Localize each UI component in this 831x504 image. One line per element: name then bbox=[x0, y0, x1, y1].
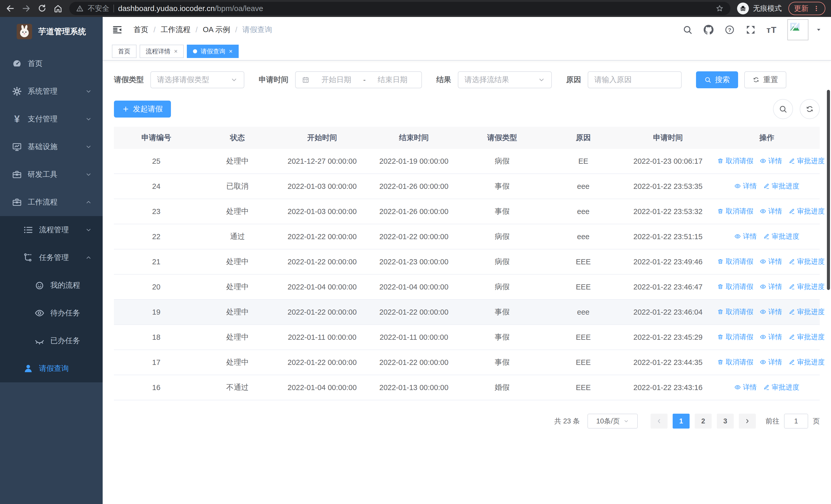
address-bar[interactable]: 不安全 dashboard.yudao.iocoder.cn/bpm/oa/le… bbox=[69, 2, 730, 15]
leave-type-select[interactable]: 请选择请假类型 bbox=[150, 71, 244, 88]
refresh-table-button[interactable] bbox=[800, 99, 820, 119]
cancel-leave-link[interactable]: 取消请假 bbox=[717, 357, 753, 367]
page-button-1[interactable]: 1 bbox=[672, 414, 690, 428]
sidebar-item-2[interactable]: ¥支付管理 bbox=[0, 105, 103, 133]
date-range-input[interactable]: 开始日期 - 结束日期 bbox=[295, 71, 422, 88]
sidebar-item-5[interactable]: 工作流程 bbox=[0, 188, 103, 216]
detail-link[interactable]: 详情 bbox=[734, 232, 757, 241]
sidebar-item-label: 支付管理 bbox=[28, 114, 85, 124]
page-button-2[interactable]: 2 bbox=[695, 414, 712, 428]
tab-1[interactable]: 流程详情× bbox=[140, 45, 184, 58]
approval-progress-link[interactable]: 审批进度 bbox=[789, 332, 825, 342]
end-date-placeholder[interactable]: 结束日期 bbox=[370, 75, 415, 85]
url-text[interactable]: dashboard.yudao.iocoder.cn/bpm/oa/leave bbox=[118, 4, 263, 13]
search-icon[interactable] bbox=[682, 25, 693, 35]
sidebar-item-6[interactable]: 流程管理 bbox=[0, 216, 103, 244]
help-icon[interactable]: ? bbox=[724, 25, 735, 35]
detail-link[interactable]: 详情 bbox=[760, 282, 782, 291]
page-button-3[interactable]: 3 bbox=[717, 414, 734, 428]
sidebar-item-9[interactable]: 待办任务 bbox=[0, 299, 103, 327]
kebab-menu-icon[interactable] bbox=[813, 5, 820, 12]
sidebar-item-8[interactable]: 我的流程 bbox=[0, 271, 103, 299]
prev-page-button[interactable] bbox=[651, 414, 667, 428]
detail-link[interactable]: 详情 bbox=[734, 181, 757, 191]
tab-2[interactable]: 请假查询× bbox=[187, 45, 239, 58]
approval-progress-link[interactable]: 审批进度 bbox=[789, 307, 825, 317]
table-row[interactable]: 25处理中2021-12-27 00:00:002022-01-19 00:00… bbox=[114, 149, 820, 174]
table-row[interactable]: 23处理中2022-01-03 00:00:002022-01-26 00:00… bbox=[114, 199, 820, 224]
start-date-placeholder[interactable]: 开始日期 bbox=[314, 75, 359, 85]
sidebar-item-11[interactable]: 请假查询 bbox=[0, 355, 103, 382]
reason-input[interactable]: 请输入原因 bbox=[588, 71, 682, 88]
fullscreen-icon[interactable] bbox=[746, 25, 756, 35]
browser-update-button[interactable]: 更新 bbox=[789, 2, 825, 15]
bookmark-star-icon[interactable] bbox=[716, 4, 724, 12]
sidebar-item-10[interactable]: 已办任务 bbox=[0, 327, 103, 355]
cancel-leave-link[interactable]: 取消请假 bbox=[717, 257, 753, 266]
detail-label: 详情 bbox=[768, 307, 782, 317]
column-header: 结束时间 bbox=[368, 127, 460, 149]
result-select[interactable]: 请选择流结果 bbox=[458, 71, 552, 88]
approval-progress-label: 审批进度 bbox=[797, 357, 825, 367]
avatar-caret-down-icon[interactable] bbox=[815, 27, 822, 33]
approval-progress-link[interactable]: 审批进度 bbox=[789, 282, 825, 291]
approval-progress-link[interactable]: 审批进度 bbox=[763, 232, 799, 241]
next-page-button[interactable] bbox=[739, 414, 756, 428]
table-row[interactable]: 21处理中2022-01-22 00:00:002022-01-23 00:00… bbox=[114, 249, 820, 274]
sidebar-item-7[interactable]: 任务管理 bbox=[0, 244, 103, 271]
sidebar-item-4[interactable]: 研发工具 bbox=[0, 161, 103, 188]
page-size-select[interactable]: 10条/页 bbox=[588, 414, 638, 428]
approval-progress-link[interactable]: 审批进度 bbox=[789, 257, 825, 266]
detail-link[interactable]: 详情 bbox=[760, 307, 782, 317]
forward-icon[interactable] bbox=[22, 4, 31, 13]
sidebar-item-0[interactable]: 首页 bbox=[0, 50, 103, 78]
detail-link[interactable]: 详情 bbox=[760, 156, 782, 166]
detail-link[interactable]: 详情 bbox=[760, 332, 782, 342]
tab-0[interactable]: 首页 bbox=[112, 45, 137, 58]
main-area: 首页 / 工作流程 / OA 示例 / 请假查询 ? тT 首页流程详情×请假查… bbox=[103, 17, 831, 504]
detail-link[interactable]: 详情 bbox=[734, 383, 757, 392]
reset-button[interactable]: 重置 bbox=[744, 71, 786, 88]
goto-page-input[interactable] bbox=[784, 414, 808, 428]
close-icon[interactable]: × bbox=[174, 48, 178, 54]
table-row[interactable]: 16不通过2022-01-04 00:00:002022-01-13 00:00… bbox=[114, 375, 820, 400]
table-row[interactable]: 19处理中2022-01-22 00:00:002022-01-22 00:00… bbox=[114, 299, 820, 325]
breadcrumb-item[interactable]: 首页 bbox=[134, 25, 148, 35]
table-row[interactable]: 17处理中2022-01-22 00:00:002022-01-22 00:00… bbox=[114, 350, 820, 375]
font-size-icon[interactable]: тT bbox=[767, 25, 777, 35]
collapse-sidebar-icon[interactable] bbox=[112, 24, 123, 35]
back-icon[interactable] bbox=[6, 4, 15, 13]
breadcrumb-item[interactable]: OA 示例 bbox=[203, 25, 230, 35]
reload-icon[interactable] bbox=[37, 4, 47, 13]
cancel-leave-link[interactable]: 取消请假 bbox=[717, 156, 753, 166]
table-row[interactable]: 20处理中2022-01-04 00:00:002022-01-04 00:00… bbox=[114, 274, 820, 299]
detail-link[interactable]: 详情 bbox=[760, 207, 782, 216]
avatar[interactable] bbox=[787, 19, 808, 40]
sidebar-logo-row[interactable]: 芋道管理系统 bbox=[0, 17, 103, 46]
home-icon[interactable] bbox=[53, 4, 63, 13]
approval-progress-link[interactable]: 审批进度 bbox=[763, 383, 799, 392]
detail-link[interactable]: 详情 bbox=[760, 257, 782, 266]
cancel-leave-link[interactable]: 取消请假 bbox=[717, 207, 753, 216]
create-leave-button[interactable]: 发起请假 bbox=[114, 100, 171, 118]
table-row[interactable]: 24已取消2022-01-03 00:00:002022-01-26 00:00… bbox=[114, 174, 820, 199]
eye-icon bbox=[734, 233, 741, 240]
cancel-leave-link[interactable]: 取消请假 bbox=[717, 282, 753, 291]
table-row[interactable]: 18处理中2022-01-11 00:00:002022-01-11 00:00… bbox=[114, 325, 820, 350]
search-button[interactable]: 搜索 bbox=[696, 71, 738, 88]
sidebar-item-3[interactable]: 基础设施 bbox=[0, 133, 103, 161]
approval-progress-link[interactable]: 审批进度 bbox=[789, 357, 825, 367]
approval-progress-link[interactable]: 审批进度 bbox=[789, 207, 825, 216]
sidebar-item-1[interactable]: 系统管理 bbox=[0, 78, 103, 105]
page-scrollbar-thumb[interactable] bbox=[827, 90, 830, 290]
close-icon[interactable]: × bbox=[229, 48, 232, 54]
approval-progress-link[interactable]: 审批进度 bbox=[789, 156, 825, 166]
cancel-leave-link[interactable]: 取消请假 bbox=[717, 307, 753, 317]
breadcrumb-item[interactable]: 工作流程 bbox=[161, 25, 191, 35]
approval-progress-link[interactable]: 审批进度 bbox=[763, 181, 799, 191]
github-icon[interactable] bbox=[704, 25, 714, 35]
show-search-button[interactable] bbox=[773, 99, 793, 119]
cancel-leave-link[interactable]: 取消请假 bbox=[717, 332, 753, 342]
table-row[interactable]: 22通过2022-01-22 00:00:002022-01-22 00:00:… bbox=[114, 224, 820, 249]
detail-link[interactable]: 详情 bbox=[760, 357, 782, 367]
